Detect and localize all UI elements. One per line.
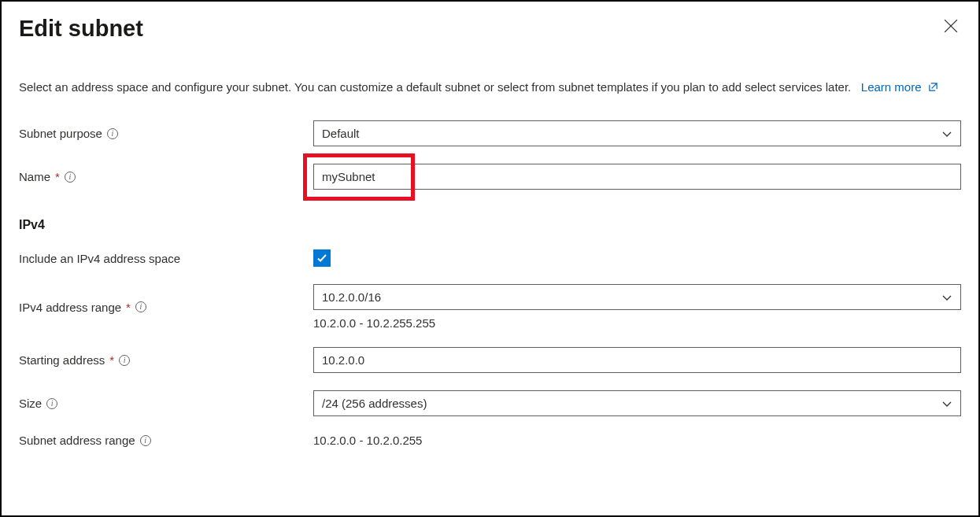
close-button[interactable] (941, 16, 961, 36)
subnet-purpose-select[interactable]: Default (313, 120, 961, 146)
page-title: Edit subnet (19, 16, 143, 42)
starting-address-input[interactable] (313, 347, 961, 373)
info-icon[interactable]: i (140, 435, 151, 446)
page-description: Select an address space and configure yo… (19, 78, 961, 97)
include-ipv4-checkbox[interactable] (313, 249, 331, 267)
size-select[interactable]: /24 (256 addresses) (313, 390, 961, 416)
required-indicator: * (126, 301, 131, 314)
close-icon (944, 19, 958, 33)
required-indicator: * (55, 170, 60, 183)
include-ipv4-label: Include an IPv4 address space (19, 252, 180, 265)
name-label: Name (19, 170, 50, 183)
chevron-down-icon (941, 398, 952, 409)
info-icon[interactable]: i (119, 355, 130, 366)
ipv4-range-select[interactable]: 10.2.0.0/16 (313, 284, 961, 310)
description-text: Select an address space and configure yo… (19, 80, 851, 94)
info-icon[interactable]: i (135, 301, 146, 312)
info-icon[interactable]: i (46, 398, 57, 409)
required-indicator: * (109, 353, 114, 367)
learn-more-link[interactable]: Learn more (861, 80, 938, 94)
starting-address-label: Starting address (19, 353, 105, 367)
size-value: /24 (256 addresses) (322, 397, 427, 410)
learn-more-label: Learn more (861, 80, 922, 94)
external-link-icon (928, 81, 938, 94)
ipv4-section-heading: IPv4 (19, 218, 961, 232)
info-icon[interactable]: i (65, 172, 76, 183)
subnet-address-range-label: Subnet address range (19, 434, 135, 447)
size-label: Size (19, 397, 42, 410)
check-icon (316, 252, 328, 264)
subnet-purpose-label: Subnet purpose (19, 127, 102, 140)
chevron-down-icon (941, 128, 952, 139)
ipv4-range-label: IPv4 address range (19, 301, 121, 314)
info-icon[interactable]: i (107, 128, 118, 139)
name-input[interactable] (313, 164, 961, 190)
chevron-down-icon (941, 292, 952, 303)
ipv4-range-helper: 10.2.0.0 - 10.2.255.255 (313, 316, 961, 330)
subnet-address-range-value: 10.2.0.0 - 10.2.0.255 (313, 434, 422, 447)
subnet-purpose-value: Default (322, 127, 360, 140)
ipv4-range-value: 10.2.0.0/16 (322, 290, 381, 304)
